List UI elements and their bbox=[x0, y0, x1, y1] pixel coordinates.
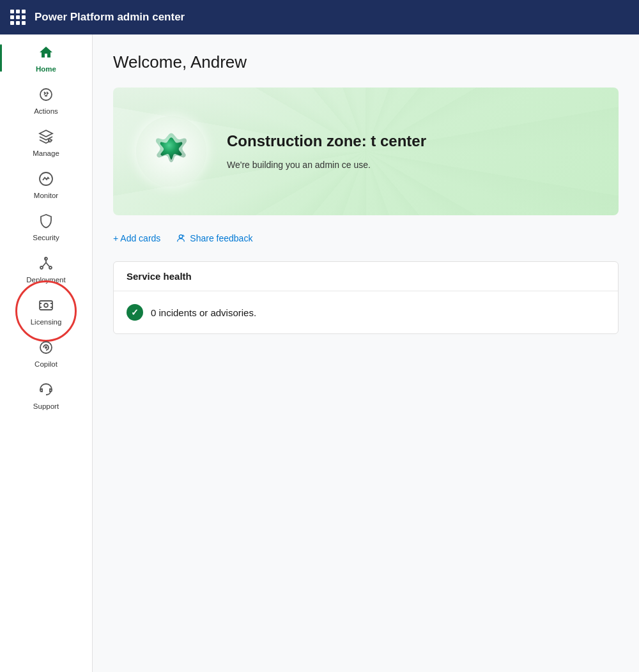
app-title: Power Platform admin center bbox=[35, 11, 185, 24]
hero-title: Construction zone: t center bbox=[227, 131, 426, 151]
copilot-icon bbox=[38, 340, 54, 358]
service-health-title: Service health bbox=[114, 262, 618, 291]
service-health-card: Service health 0 incidents or advisories… bbox=[113, 261, 619, 334]
manage-icon bbox=[38, 129, 54, 147]
sidebar-copilot-label: Copilot bbox=[35, 360, 58, 368]
home-icon bbox=[38, 45, 54, 63]
sidebar-item-actions[interactable]: Actions bbox=[4, 80, 88, 120]
svg-point-0 bbox=[40, 89, 52, 100]
svg-point-10 bbox=[180, 235, 183, 238]
star-icon-container bbox=[136, 116, 206, 187]
sidebar-item-copilot[interactable]: Copilot bbox=[4, 333, 88, 373]
health-check-icon bbox=[127, 304, 143, 321]
support-icon bbox=[38, 382, 54, 400]
sidebar-item-manage[interactable]: Manage bbox=[4, 123, 88, 162]
feedback-icon bbox=[176, 233, 186, 243]
health-status-row: 0 incidents or advisories. bbox=[127, 304, 605, 321]
svg-point-9 bbox=[45, 346, 47, 349]
add-cards-button[interactable]: + Add cards bbox=[113, 231, 160, 246]
sidebar-deployment-label: Deployment bbox=[26, 276, 65, 284]
health-status-text: 0 incidents or advisories. bbox=[151, 307, 256, 318]
star-icon bbox=[150, 130, 193, 173]
svg-point-7 bbox=[44, 303, 48, 307]
svg-point-4 bbox=[40, 266, 43, 269]
main-layout: Home Actions Manage bbox=[0, 34, 639, 672]
hero-banner: Construction zone: t center We're buildi… bbox=[113, 88, 619, 215]
sidebar-monitor-label: Monitor bbox=[34, 192, 58, 199]
page-title: Welcome, Andrew bbox=[113, 52, 619, 72]
service-health-body: 0 incidents or advisories. bbox=[114, 291, 618, 333]
hero-text: Construction zone: t center We're buildi… bbox=[227, 131, 426, 172]
hero-subtitle: We're building you an admin ce use. bbox=[227, 158, 426, 172]
actions-icon bbox=[38, 87, 54, 105]
svg-point-5 bbox=[49, 266, 52, 269]
svg-rect-6 bbox=[40, 301, 52, 310]
sidebar-item-monitor[interactable]: Monitor bbox=[4, 165, 88, 204]
sidebar-home-label: Home bbox=[36, 65, 56, 73]
sidebar-item-support[interactable]: Support bbox=[4, 376, 88, 415]
share-feedback-button[interactable]: Share feedback bbox=[176, 231, 252, 246]
sidebar-item-security[interactable]: Security bbox=[4, 207, 88, 247]
sidebar-licensing-label: Licensing bbox=[31, 318, 62, 326]
deployment-icon bbox=[38, 256, 54, 273]
sidebar-manage-label: Manage bbox=[33, 149, 59, 157]
top-header: Power Platform admin center bbox=[0, 0, 639, 34]
action-bar: + Add cards Share feedback bbox=[113, 228, 619, 248]
sidebar: Home Actions Manage bbox=[0, 34, 93, 672]
licensing-icon bbox=[38, 298, 54, 316]
sidebar-item-home[interactable]: Home bbox=[4, 38, 88, 78]
sidebar-support-label: Support bbox=[33, 402, 59, 410]
monitor-icon bbox=[38, 171, 54, 189]
sidebar-security-label: Security bbox=[33, 234, 59, 241]
share-feedback-label: Share feedback bbox=[190, 233, 252, 243]
app-launcher-icon[interactable] bbox=[10, 10, 26, 25]
sidebar-item-licensing[interactable]: Licensing bbox=[4, 291, 88, 331]
sidebar-item-deployment[interactable]: Deployment bbox=[4, 249, 88, 289]
main-content: Welcome, Andrew bbox=[93, 34, 639, 672]
sidebar-actions-label: Actions bbox=[34, 107, 58, 115]
security-icon bbox=[38, 213, 54, 231]
